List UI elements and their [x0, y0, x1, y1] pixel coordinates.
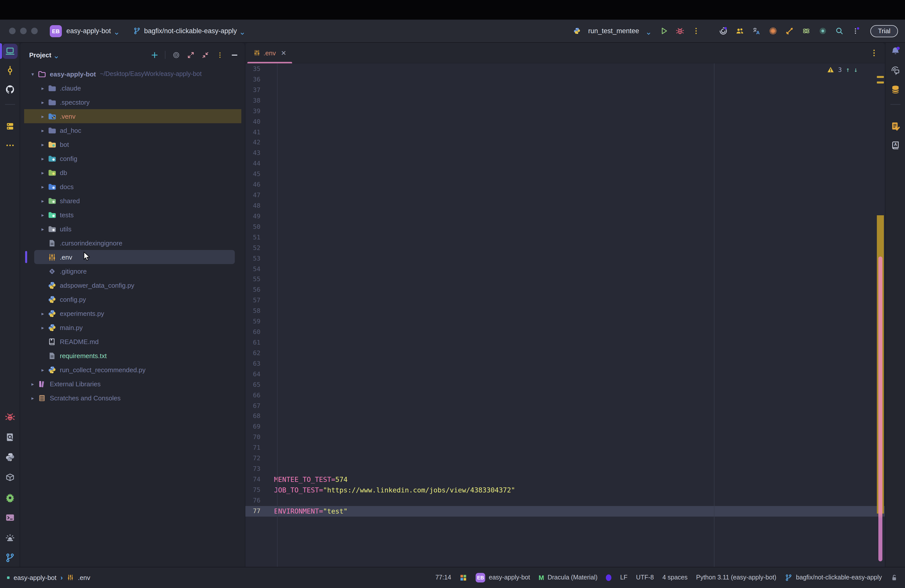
record-icon[interactable] [818, 26, 827, 35]
tree-item--specstory[interactable]: ▸.specstory [20, 95, 245, 109]
project-widget[interactable]: EB easy-apply-bot [50, 25, 119, 37]
tab-options-icon[interactable]: ⋮ [870, 48, 878, 57]
code-line-64[interactable]: 64 [245, 369, 885, 380]
users-icon[interactable] [735, 26, 744, 35]
vcs-widget[interactable]: bagfix/not-clickable-easy-apply [133, 27, 245, 35]
unlock-icon[interactable] [891, 574, 898, 581]
code-line-58[interactable]: 58 [245, 306, 885, 316]
code-line-73[interactable]: 73 [245, 464, 885, 474]
tree-item--gitignore[interactable]: .gitignore [20, 264, 245, 278]
breadcrumb-file[interactable]: .env [78, 574, 90, 581]
expand-arrow-icon[interactable]: ▸ [39, 156, 46, 161]
code-line-38[interactable]: 38 [245, 95, 885, 106]
todo-tool-icon[interactable] [888, 119, 903, 134]
tree-item-run-collect-recommended-py[interactable]: ▸run_collect_recommended.py [20, 363, 245, 377]
tree-item-shared[interactable]: ▸shared [20, 194, 245, 208]
window-controls[interactable] [9, 28, 38, 34]
code-line-67[interactable]: 67 [245, 400, 885, 411]
tree-item--venv[interactable]: ▸.venv [24, 109, 241, 123]
code-line-71[interactable]: 71 [245, 443, 885, 453]
tree-item-external-libraries[interactable]: ▸External Libraries [20, 377, 245, 391]
warning-stripe-mark[interactable] [877, 81, 884, 84]
expand-arrow-icon[interactable]: ▸ [39, 226, 46, 232]
code-line-72[interactable]: 72 [245, 453, 885, 464]
code-line-55[interactable]: 55 [245, 274, 885, 285]
file-encoding[interactable]: UTF-8 [636, 574, 654, 581]
tree-item-main-py[interactable]: ▸main.py [20, 320, 245, 334]
line-separator[interactable]: LF [620, 574, 627, 581]
debug-icon[interactable] [675, 26, 684, 35]
python-console-icon[interactable] [2, 450, 17, 465]
next-problem-icon[interactable]: ↓ [854, 66, 858, 73]
add-icon[interactable] [150, 51, 158, 59]
database-tool-icon[interactable] [888, 82, 903, 97]
python-packages-icon[interactable] [2, 470, 17, 485]
tree-item-experiments-py[interactable]: ▸experiments.py [20, 306, 245, 320]
find-tool-icon[interactable] [2, 429, 17, 445]
tree-item-config[interactable]: ▸config [20, 151, 245, 165]
editor-scrollbar[interactable] [878, 256, 882, 561]
expand-arrow-icon[interactable]: ▸ [39, 113, 46, 119]
code-line-77[interactable]: 77ENVIRONMENT="test" [245, 506, 885, 516]
theme-widget[interactable]: M Dracula (Material) [539, 574, 597, 581]
code-line-41[interactable]: 41 [245, 127, 885, 138]
tree-item-bot[interactable]: ▸bot [20, 137, 245, 151]
code-line-68[interactable]: 68 [245, 411, 885, 422]
debug-tool-icon[interactable] [2, 410, 17, 424]
tree-item-ad-hoc[interactable]: ▸ad_hoc [20, 123, 245, 137]
code-line-75[interactable]: 75JOB_TO_TEST="https://www.linkedin.com/… [245, 485, 885, 496]
expand-arrow-icon[interactable]: ▸ [39, 212, 46, 218]
tree-item--claude[interactable]: ▸.claude [20, 81, 245, 95]
code-line-54[interactable]: 54 [245, 264, 885, 274]
code-line-47[interactable]: 47 [245, 190, 885, 201]
options-icon[interactable] [216, 51, 224, 59]
indent-setting[interactable]: 4 spaces [662, 574, 687, 581]
code-line-61[interactable]: 61 [245, 337, 885, 348]
breadcrumb-module[interactable]: easy-apply-bot [14, 574, 57, 581]
code-line-52[interactable]: 52 [245, 243, 885, 253]
dictionary-tool-icon[interactable]: A [888, 138, 903, 153]
code-line-51[interactable]: 51 [245, 232, 885, 243]
window-grid-icon[interactable] [460, 574, 467, 581]
tree-item-easy-apply-bot[interactable]: ▾easy-apply-bot~/Desktop/EasyWork/easy-a… [20, 67, 245, 81]
hide-icon[interactable] [230, 51, 238, 59]
prev-problem-icon[interactable]: ↑ [846, 66, 850, 73]
starburst-icon[interactable] [768, 26, 777, 35]
code-line-57[interactable]: 57 [245, 296, 885, 306]
more-run-options-icon[interactable] [691, 26, 700, 35]
expand-arrow-icon[interactable]: ▸ [39, 184, 46, 189]
code-line-36[interactable]: 36 [245, 75, 885, 85]
inspection-widget[interactable]: 3 ↑ ↓ [827, 66, 858, 73]
notifications-icon[interactable] [888, 44, 903, 59]
warning-stripe-mark[interactable] [877, 76, 884, 78]
tools-icon[interactable] [785, 26, 794, 35]
tree-item-scratches-and-consoles[interactable]: ▸Scratches and Consoles [20, 391, 245, 405]
project-status-widget[interactable]: EB easy-apply-bot [476, 573, 530, 582]
tree-item-docs[interactable]: ▸docs [20, 180, 245, 194]
code-line-70[interactable]: 70 [245, 432, 885, 443]
code-line-56[interactable]: 56 [245, 285, 885, 296]
code-line-45[interactable]: 45 [245, 169, 885, 180]
code-line-62[interactable]: 62 [245, 348, 885, 359]
translate-icon[interactable]: A [752, 26, 761, 35]
commit-tool-icon[interactable] [2, 63, 17, 78]
atom-icon[interactable] [802, 26, 810, 35]
expand-arrow-icon[interactable]: ▸ [39, 127, 46, 133]
code-line-46[interactable]: 46 [245, 180, 885, 190]
tree-item-requirements-txt[interactable]: requirements.txt [20, 348, 245, 363]
code-line-65[interactable]: 65 [245, 380, 885, 390]
expand-arrow-icon[interactable]: ▸ [39, 170, 46, 175]
ai-chat-icon[interactable] [888, 63, 903, 78]
trial-button[interactable]: Trial [870, 25, 898, 37]
code-line-35[interactable]: 35 [245, 64, 885, 75]
expand-arrow-icon[interactable]: ▸ [39, 198, 46, 203]
terminal-tool-icon[interactable] [2, 510, 17, 525]
git-branch-widget[interactable]: bagfix/not-clickable-easy-apply [785, 574, 882, 581]
code-line-39[interactable]: 39 [245, 106, 885, 116]
tree-item-config-py[interactable]: config.py [20, 292, 245, 306]
code-line-49[interactable]: 49 [245, 211, 885, 222]
tree-item--env[interactable]: .env [34, 250, 235, 264]
more-tool-windows-icon[interactable] [2, 138, 17, 153]
code-line-63[interactable]: 63 [245, 359, 885, 369]
tree-item-adspower-data-config-py[interactable]: adspower_data_config.py [20, 278, 245, 292]
